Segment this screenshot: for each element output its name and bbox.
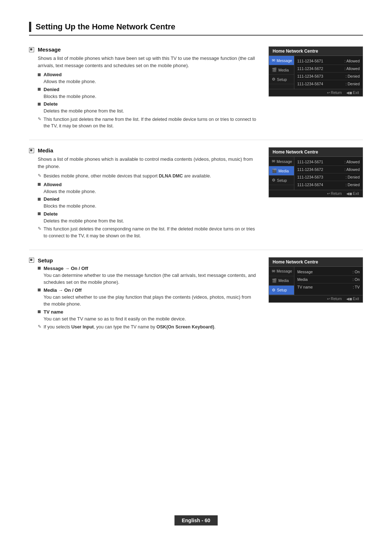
media-allowed-desc: Allows the mobile phone. xyxy=(44,188,258,195)
media-phone-0: 111-1234-5671 xyxy=(297,160,323,164)
sidebar-media-2: 🎬 Media xyxy=(269,166,294,176)
media-status-3: : Denied xyxy=(346,183,360,187)
setup-sidebar-icon: ⚙ xyxy=(272,77,275,82)
media-phone-1: 111-1234-5672 xyxy=(297,167,323,172)
bullet-icon xyxy=(38,183,41,186)
setup-label-2: TV name xyxy=(297,285,313,289)
message-delete-title: Delete xyxy=(44,101,58,107)
media-sidebar-icon-2: 🎬 xyxy=(272,168,277,173)
media-heading: Media xyxy=(29,147,258,154)
setup-value-0: : On xyxy=(352,270,360,274)
media-denied-title: Denied xyxy=(44,196,59,202)
section-setup: Setup Message → On / Off You can determi… xyxy=(29,257,363,331)
message-denied-title: Denied xyxy=(44,87,59,92)
message-heading: Message xyxy=(29,46,258,53)
sidebar-media-label-3: Media xyxy=(278,278,289,283)
message-note: ✎ This function just deletes the name fr… xyxy=(38,116,258,130)
message-allowed-title: Allowed xyxy=(44,72,62,77)
bullet-icon xyxy=(38,267,41,270)
message-tv-footer: ↩ Return ◀◼ Exit xyxy=(269,89,363,96)
message-checkbox-icon xyxy=(29,47,34,52)
setup-label-1: Media xyxy=(297,277,308,282)
divider-1 xyxy=(29,140,363,140)
message-note-text: This function just deletes the name from… xyxy=(44,116,258,130)
setup-tv-row-2: TV name : TV xyxy=(297,283,360,291)
status-0: : Allowed xyxy=(344,59,360,63)
setup-heading: Setup xyxy=(29,257,258,263)
media-tv-row-1: 111-1234-5672 : Allowed xyxy=(297,166,360,173)
media-tv-sidebar: ✉ Message 🎬 Media ⚙ Setup xyxy=(269,157,294,190)
footer-exit: ◀◼ Exit xyxy=(346,91,359,95)
bullet-icon xyxy=(38,88,41,91)
bullet-icon xyxy=(38,198,41,201)
sidebar-message-2: ✉ Message xyxy=(269,157,294,166)
bullet-icon xyxy=(38,289,41,291)
media-status-2: : Denied xyxy=(346,175,360,179)
setup-tvname-title: TV name xyxy=(44,309,63,315)
message-allowed-desc: Allows the mobile phone. xyxy=(44,78,258,85)
setup-media-desc: You can select whether to use the play f… xyxy=(44,294,258,308)
media-delete-heading: Delete xyxy=(38,211,258,217)
media-tv-main: 111-1234-5671 : Allowed 111-1234-5672 : … xyxy=(294,157,363,190)
sidebar-media-label-2: Media xyxy=(278,169,289,173)
media-note-text: This function just deletes the correspon… xyxy=(44,226,258,240)
media-allowed-title: Allowed xyxy=(44,182,62,187)
message-delete-heading: Delete xyxy=(38,101,258,107)
message-panel-title: Home Network Centre xyxy=(269,47,363,56)
message-tv-main: 111-1234-5671 : Allowed 111-1234-5672 : … xyxy=(294,56,363,89)
sidebar-setup-2: ⚙ Setup xyxy=(269,176,294,185)
media-tv-row-3: 111-1234-5674 : Denied xyxy=(297,181,360,188)
note-icon: ✎ xyxy=(38,324,41,329)
sidebar-setup-3: ⚙ Setup xyxy=(269,286,294,295)
message-sidebar-icon-3: ✉ xyxy=(272,269,275,274)
setup-tv-panel: Home Network Centre ✉ Message 🎬 Media ⚙ xyxy=(269,257,363,303)
note-icon: ✎ xyxy=(38,226,41,231)
message-allowed-heading: Allowed xyxy=(38,72,258,77)
sidebar-setup-label-3: Setup xyxy=(277,288,287,292)
setup-media-onoff: Media → On / Off You can select whether … xyxy=(38,287,258,308)
setup-tvname: TV name You can set the TV name so as to… xyxy=(38,309,258,323)
bullet-icon xyxy=(38,212,41,215)
setup-message-desc: You can determine whether to use the mes… xyxy=(44,272,258,286)
setup-note: ✎ If you selects User Input, you can typ… xyxy=(38,324,258,331)
setup-media-heading: Media → On / Off xyxy=(38,287,258,293)
tv-row-0: 111-1234-5671 : Allowed xyxy=(297,57,360,65)
setup-value-1: : On xyxy=(352,277,360,282)
status-2: : Denied xyxy=(346,74,360,78)
media-delete: Delete Deletes the mobile phone from the… xyxy=(38,211,258,225)
sidebar-message: ✉ Message xyxy=(269,56,294,65)
media-allowed: Allowed Allows the mobile phone. xyxy=(38,182,258,195)
media-note: ✎ This function just deletes the corresp… xyxy=(38,226,258,240)
bullet-icon xyxy=(38,73,41,76)
media-sidebar-icon: 🎬 xyxy=(272,68,277,72)
media-denied-heading: Denied xyxy=(38,196,258,202)
media-delete-title: Delete xyxy=(44,211,58,217)
sidebar-media-3: 🎬 Media xyxy=(269,276,294,286)
message-delete-desc: Deletes the mobile phone from the list. xyxy=(44,107,258,115)
sidebar-message-label: Message xyxy=(277,58,292,63)
divider-2 xyxy=(29,250,363,250)
setup-tv-footer: ↩ Return ◀◼ Exit xyxy=(269,295,363,302)
setup-tv-sidebar: ✉ Message 🎬 Media ⚙ Setup xyxy=(269,267,294,295)
message-heading-text: Message xyxy=(38,46,61,53)
page-container: Setting Up the Home Network Centre Messa… xyxy=(0,0,392,370)
page-title-container: Setting Up the Home Network Centre xyxy=(29,22,363,36)
section-setup-content: Setup Message → On / Off You can determi… xyxy=(29,257,269,331)
status-3: : Denied xyxy=(346,82,360,86)
media-heading-text: Media xyxy=(38,147,53,154)
message-denied: Denied Blocks the mobile phone. xyxy=(38,87,258,100)
section-media: Media Shows a list of mobile phones whic… xyxy=(29,147,363,240)
bullet-icon xyxy=(38,310,41,313)
media-tv-screen: Home Network Centre ✉ Message 🎬 Media ⚙ xyxy=(269,147,363,197)
phone-1: 111-1234-5672 xyxy=(297,66,323,71)
status-1: : Allowed xyxy=(344,66,360,71)
media-tv-row-2: 111-1234-5673 : Denied xyxy=(297,173,360,181)
setup-tv-row-1: Media : On xyxy=(297,276,360,283)
sidebar-message-3: ✉ Message xyxy=(269,267,294,276)
message-delete: Delete Deletes the mobile phone from the… xyxy=(38,101,258,115)
media-phone-3: 111-1234-5674 xyxy=(297,183,323,187)
media-status-0: : Allowed xyxy=(344,160,360,164)
media-panel-title: Home Network Centre xyxy=(269,148,363,157)
media-allowed-heading: Allowed xyxy=(38,182,258,187)
setup-tv-row-0: Message : On xyxy=(297,268,360,276)
